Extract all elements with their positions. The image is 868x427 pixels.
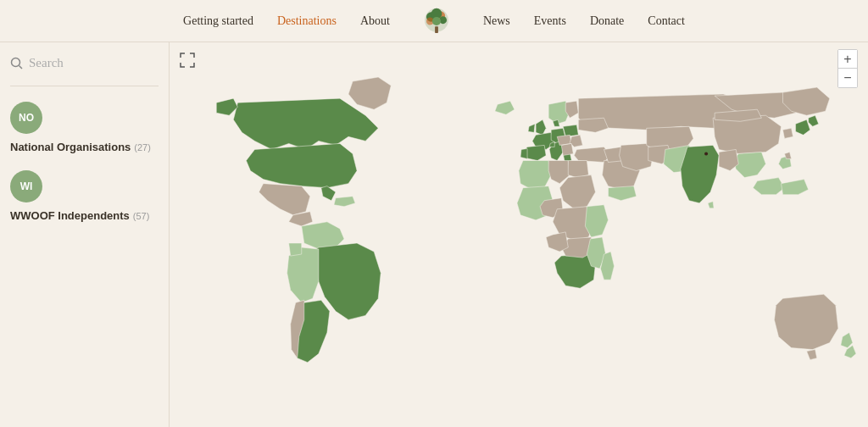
sidebar: Search NO National Organisations (27) WI… bbox=[0, 42, 170, 427]
nav-about[interactable]: About bbox=[360, 14, 390, 28]
svg-point-11 bbox=[704, 152, 708, 155]
category-wwoof-independents[interactable]: WI WWOOF Independents (57) bbox=[10, 170, 159, 222]
header: Getting started Destinations About News … bbox=[0, 0, 868, 42]
search-area[interactable]: Search bbox=[10, 56, 159, 86]
logo-icon[interactable] bbox=[420, 5, 453, 37]
wwoof-independents-badge: WI bbox=[10, 170, 42, 202]
national-organisations-count: (27) bbox=[134, 142, 151, 152]
world-map[interactable] bbox=[170, 68, 868, 427]
national-organisations-badge: NO bbox=[10, 102, 42, 134]
main-nav: Getting started Destinations About News … bbox=[183, 5, 685, 37]
search-icon bbox=[10, 57, 24, 70]
category-national-organisations[interactable]: NO National Organisations (27) bbox=[10, 102, 159, 153]
map-area: + − bbox=[170, 42, 868, 427]
nav-donate[interactable]: Donate bbox=[590, 14, 624, 28]
svg-point-6 bbox=[432, 16, 441, 25]
nav-events[interactable]: Events bbox=[534, 14, 566, 28]
nav-getting-started[interactable]: Getting started bbox=[183, 14, 253, 28]
nav-news[interactable]: News bbox=[483, 14, 510, 28]
search-label[interactable]: Search bbox=[29, 56, 64, 70]
zoom-in-button[interactable]: + bbox=[838, 50, 857, 69]
nav-contact[interactable]: Contact bbox=[648, 14, 685, 28]
zoom-out-button[interactable]: − bbox=[838, 69, 857, 87]
nav-destinations[interactable]: Destinations bbox=[277, 14, 337, 28]
zoom-controls: + − bbox=[837, 49, 858, 88]
main-layout: Search NO National Organisations (27) WI… bbox=[0, 42, 868, 427]
wwoof-independents-count: (57) bbox=[133, 211, 150, 221]
svg-line-9 bbox=[19, 65, 23, 69]
svg-point-8 bbox=[12, 58, 20, 66]
national-organisations-label: National Organisations bbox=[10, 141, 131, 153]
svg-rect-7 bbox=[435, 26, 438, 33]
map-expand-icon[interactable] bbox=[180, 53, 195, 71]
wwoof-independents-label: WWOOF Independents bbox=[10, 209, 130, 222]
